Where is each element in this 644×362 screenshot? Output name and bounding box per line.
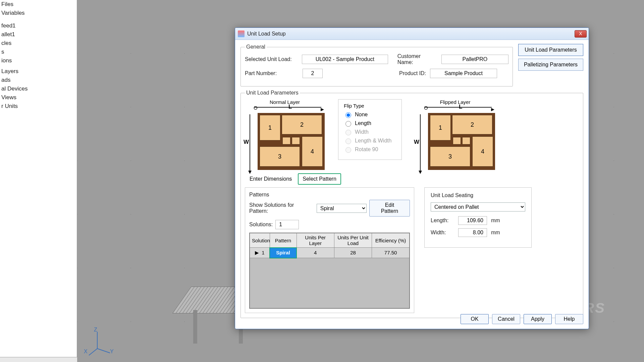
col-upl[interactable]: Units Per Layer: [297, 233, 334, 248]
table-row[interactable]: ▶ 1 Spiral 4 28 77.50: [250, 248, 410, 258]
cancel-button[interactable]: Cancel: [492, 314, 520, 324]
tree-item[interactable]: ads: [1, 76, 77, 84]
ok-button[interactable]: OK: [461, 314, 489, 324]
scene-tree-panel[interactable]: Files Variables feed1 allet1 cles s ions…: [0, 0, 77, 357]
tree-item[interactable]: r Units: [1, 102, 77, 111]
seating-width-label: Width:: [431, 230, 454, 236]
flip-none-radio[interactable]: None: [344, 111, 396, 118]
tab-unit-load-parameters[interactable]: Unit Load Parameters: [518, 44, 583, 56]
app-icon: [238, 31, 245, 37]
pallet-box-2b: 2: [452, 115, 492, 134]
apply-button[interactable]: Apply: [524, 314, 552, 324]
patterns-legend: Patterns: [249, 192, 410, 198]
tree-bottom-tab[interactable]: [0, 357, 77, 362]
product-id-input[interactable]: [430, 69, 497, 78]
solutions-table[interactable]: Solution Pattern Units Per Layer Units P…: [249, 233, 410, 309]
col-eff[interactable]: Efficiency (%): [372, 233, 410, 248]
tab-enter-dimensions[interactable]: Enter Dimensions: [245, 173, 297, 185]
tab-select-pattern[interactable]: Select Pattern: [298, 173, 341, 185]
customer-name-label: Customer Name:: [397, 53, 437, 65]
flipped-layer-diagram: Flipped Layer O L W 1 2 3 4: [415, 99, 495, 171]
normal-layer-title: Normal Layer: [245, 99, 325, 105]
show-solutions-label: Show Solutions for Pattern:: [249, 202, 314, 214]
normal-layer-diagram: Normal Layer O L W 1 2 3 4: [245, 99, 325, 171]
cell-solution: 1: [262, 250, 264, 255]
col-solution[interactable]: Solution: [250, 233, 270, 248]
pallet-box-3b: 3: [430, 146, 470, 167]
tab-palletizing-parameters[interactable]: Palletizing Parameters: [518, 59, 583, 71]
part-number-label: Part Number:: [245, 70, 299, 76]
ulp-legend: Unit Load Parameters: [245, 90, 300, 96]
seating-length-unit: mm: [491, 218, 500, 224]
help-button[interactable]: Help: [555, 314, 583, 324]
pallet-box-4b: 4: [472, 136, 493, 167]
pallet-box-1b: 1: [430, 115, 451, 140]
seating-length-label: Length:: [431, 218, 454, 224]
solutions-label: Solutions:: [249, 222, 273, 228]
selected-unit-load-value: UL002 - Sample Product: [302, 55, 388, 64]
part-number-value: 2: [303, 69, 323, 78]
pattern-select[interactable]: Spiral: [317, 204, 367, 213]
tree-item[interactable]: feed1: [1, 21, 77, 30]
col-upul[interactable]: Units Per Unit Load: [334, 233, 372, 248]
seating-mode-select[interactable]: Centered on Pallet: [431, 202, 525, 212]
dialog-title: Unit Load Setup: [247, 31, 286, 37]
tree-item[interactable]: Layers: [1, 67, 77, 76]
flip-length-radio[interactable]: Length: [344, 120, 396, 127]
patterns-group: Patterns Show Solutions for Pattern: Spi…: [245, 187, 414, 313]
product-id-label: Product ID:: [399, 70, 426, 76]
tree-item[interactable]: cles: [1, 39, 77, 48]
cell-eff: 77.50: [372, 248, 410, 258]
pallet-box-2: 2: [282, 115, 322, 134]
flipped-layer-title: Flipped Layer: [415, 99, 495, 105]
flip-lw-radio: Length & Width: [344, 137, 396, 144]
seating-legend: Unit Load Seating: [431, 192, 525, 198]
tree-item[interactable]: allet1: [1, 30, 77, 39]
seating-length-value: 109.60: [458, 216, 487, 225]
axis-o-label: O: [254, 105, 258, 111]
axis-w-label: W: [244, 139, 249, 145]
cell-upl: 4: [297, 248, 334, 258]
customer-name-input[interactable]: [441, 55, 508, 64]
pallet-box-4: 4: [302, 136, 323, 167]
seating-width-value: 8.00: [458, 228, 487, 237]
solutions-value: 1: [275, 220, 299, 229]
tree-item[interactable]: al Devices: [1, 84, 77, 93]
tree-item[interactable]: Variables: [1, 9, 77, 17]
pallet-box-3: 3: [260, 146, 300, 167]
unit-load-seating-group: Unit Load Seating Centered on Pallet Len…: [424, 187, 532, 248]
tree-item[interactable]: s: [1, 48, 77, 56]
tree-item[interactable]: ions: [1, 56, 77, 65]
row-marker-icon: ▶: [255, 250, 259, 255]
dialog-titlebar[interactable]: Unit Load Setup X: [235, 28, 589, 40]
close-button[interactable]: X: [575, 30, 587, 38]
tree-item[interactable]: Views: [1, 93, 77, 102]
flip-rotate90-radio: Rotate 90: [344, 146, 396, 153]
general-legend: General: [245, 44, 267, 50]
seating-width-unit: mm: [491, 230, 500, 236]
flip-type-group: Flip Type None Length Width Length & Wid…: [338, 99, 402, 160]
selected-unit-load-label: Selected Unit Load:: [245, 56, 298, 62]
axis-w-label-2: W: [414, 139, 419, 145]
axis-o-label-2: O: [424, 105, 428, 111]
col-pattern[interactable]: Pattern: [270, 233, 297, 248]
flip-width-radio: Width: [344, 129, 396, 135]
edit-pattern-button[interactable]: Edit Pattern: [369, 200, 410, 217]
tree-item[interactable]: Files: [1, 0, 77, 9]
cell-upul: 28: [334, 248, 372, 258]
unit-load-setup-dialog: Unit Load Setup X General Selected Unit …: [235, 27, 589, 329]
pallet-box-1: 1: [260, 115, 280, 140]
flip-type-title: Flip Type: [344, 103, 396, 109]
cell-pattern[interactable]: Spiral: [270, 248, 297, 258]
